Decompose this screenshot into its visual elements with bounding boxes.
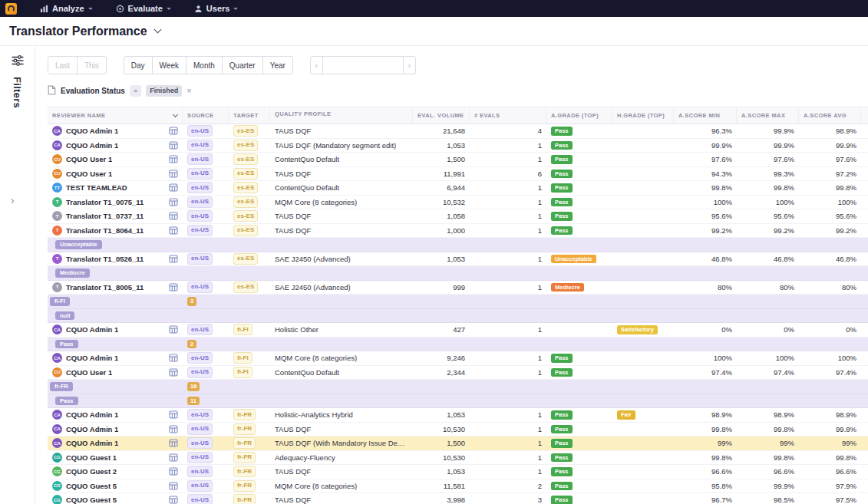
report-icon[interactable] [166, 425, 178, 433]
score-avg: 99% [799, 436, 861, 450]
reviewer-name: CQUO Guest 1 [66, 453, 117, 462]
page-title-dropdown-icon[interactable] [153, 26, 161, 34]
column-header-score-min[interactable]: A.SCORE MIN [674, 107, 737, 124]
report-icon[interactable] [166, 141, 178, 150]
column-header-source[interactable]: SOURCE [183, 107, 229, 124]
column-header-target[interactable]: TARGET [229, 107, 270, 124]
column-header-hgrade[interactable]: H.GRADE (TOP) [612, 107, 674, 124]
nav-analyze[interactable]: Analyze [40, 0, 93, 17]
table-row[interactable]: CG CQUO Guest 5 en-US fr-FR TAUS DQF 3,9… [48, 493, 868, 504]
table-row[interactable]: CA CQUO Admin 1 en-US fi-FI Holistic Oth… [48, 323, 868, 338]
report-icon[interactable] [166, 255, 178, 263]
report-icon[interactable] [166, 482, 178, 490]
report-icon[interactable] [166, 183, 178, 192]
group-row[interactable]: Pass 11 [48, 394, 868, 409]
year-button[interactable]: Year [262, 56, 293, 74]
last-button[interactable]: Last [48, 56, 78, 74]
table-row[interactable]: CA CQUO Admin 1 en-US es-ES TAUS DQF (Ma… [48, 139, 868, 153]
column-label: QUALITY PROFILE [275, 110, 331, 117]
auto-grade-badge: Pass [551, 170, 573, 179]
group-row[interactable]: Mediocre [48, 266, 868, 281]
table-row[interactable]: T Translator T1_8005_11 en-US es-ES SAE … [48, 281, 868, 295]
week-button[interactable]: Week [152, 56, 186, 74]
filter-operator-chip[interactable]: = [130, 85, 141, 97]
table-row[interactable]: CA CQUO Admin 1 en-US fr-FR TAUS DQF (Wi… [48, 436, 868, 451]
column-header-reviewer[interactable]: REVIEWER NAME [48, 107, 183, 124]
nav-users[interactable]: Users [194, 0, 239, 17]
column-header-volume[interactable]: EVAL. VOLUME [413, 107, 470, 124]
report-icon[interactable] [166, 354, 178, 362]
report-icon[interactable] [166, 226, 178, 235]
score-min: 96.3% [674, 124, 737, 138]
report-icon[interactable] [166, 283, 178, 292]
group-row[interactable]: null [48, 309, 868, 324]
report-icon[interactable] [166, 198, 178, 206]
nav-evaluate[interactable]: Evaluate [116, 0, 171, 17]
date-range-input[interactable] [322, 56, 404, 74]
app-logo[interactable] [5, 3, 17, 15]
table-header-row: REVIEWER NAME SOURCE TARGET QUALITY PROF… [48, 107, 868, 124]
report-icon[interactable] [166, 325, 178, 334]
column-header-score-max[interactable]: A.SCORE MAX [737, 107, 799, 124]
report-icon[interactable] [166, 212, 178, 220]
remove-filter-icon[interactable]: × [186, 87, 191, 95]
table-row[interactable]: T Translator T1_8064_11 en-US es-ES TAUS… [48, 224, 868, 239]
filter-value-chip[interactable]: Finished [146, 85, 182, 97]
column-header-agrade[interactable]: A.GRADE (TOP) [546, 107, 612, 124]
day-button[interactable]: Day [124, 56, 153, 74]
table-row[interactable]: CA CQUO Admin 1 en-US es-ES TAUS DQF 21,… [48, 124, 868, 139]
nav-label: Evaluate [128, 4, 163, 13]
source-lang-badge: en-US [187, 140, 213, 151]
period-group: Day Week Month Quarter Year [124, 56, 293, 74]
source-lang-badge: en-US [187, 452, 213, 463]
table-row[interactable]: CU CQUO User 1 en-US es-ES TAUS DQF 11,9… [48, 167, 868, 182]
table-row[interactable]: CA CQUO Admin 1 en-US fr-FR Holistic-Ana… [48, 408, 868, 423]
source-lang-badge: en-US [187, 466, 213, 477]
table-row[interactable]: CA CQUO Admin 1 en-US fi-FI MQM Core (8 … [48, 351, 868, 366]
table-row[interactable]: TT TEST TEAMLEAD en-US es-ES ContentQuo … [48, 181, 868, 196]
sliders-icon[interactable] [12, 55, 24, 69]
report-icon[interactable] [166, 155, 178, 163]
report-icon[interactable] [166, 127, 178, 135]
table-row[interactable]: T Translator T1_0737_11 en-US es-ES TAUS… [48, 209, 868, 224]
group-row[interactable]: Unacceptable [48, 238, 868, 252]
report-icon[interactable] [166, 410, 178, 419]
chevron-down-icon [167, 8, 171, 10]
column-header-profile[interactable]: QUALITY PROFILE [270, 107, 413, 124]
column-header-score-avg[interactable]: A.SCORE AVG [799, 107, 861, 124]
expand-panel-icon[interactable]: › [11, 195, 15, 206]
auto-grade-badge: Pass [551, 141, 573, 150]
table-row[interactable]: CU CQUO User 1 en-US fi-FI ContentQuo De… [48, 366, 868, 380]
table-row[interactable]: T Translator T1_0526_11 en-US es-ES SAE … [48, 252, 868, 267]
quality-profile: ContentQuo Default [270, 366, 413, 380]
group-row[interactable]: Pass 2 [48, 338, 868, 352]
column-header-evals[interactable]: # EVALS [470, 107, 546, 124]
table-row[interactable]: CA CQUO Admin 1 en-US fr-FR TAUS DQF 10,… [48, 423, 868, 437]
table-row[interactable]: CU CQUO User 1 en-US es-ES ContentQuo De… [48, 153, 868, 167]
this-button[interactable]: This [77, 56, 107, 74]
month-button[interactable]: Month [186, 56, 223, 74]
report-icon[interactable] [166, 368, 178, 377]
score-avg: 0% [799, 323, 861, 337]
quality-profile: MQM Core (8 categories) [270, 196, 413, 209]
report-icon[interactable] [166, 496, 178, 504]
quarter-button[interactable]: Quarter [222, 56, 263, 74]
report-icon[interactable] [166, 439, 178, 447]
next-period-button[interactable]: › [403, 56, 416, 74]
table-row[interactable]: CG CQUO Guest 5 en-US fr-FR MQM Core (8 … [48, 479, 868, 494]
report-icon[interactable] [166, 453, 178, 462]
source-lang-badge: en-US [187, 225, 213, 236]
column-label: # EVALS [474, 112, 500, 119]
table-row[interactable]: T Translator T1_0075_11 en-US es-ES MQM … [48, 196, 868, 210]
group-badge: Pass [55, 340, 78, 349]
table-row[interactable]: CG CQUO Guest 1 en-US fr-FR Adequacy-Flu… [48, 451, 868, 466]
evals-count: 1 [470, 351, 546, 365]
group-row[interactable]: fr-FR 16 [48, 380, 868, 394]
prev-period-button[interactable]: ‹ [310, 56, 323, 74]
eval-volume: 21,648 [413, 124, 470, 138]
score-avg: 97.9% [799, 479, 861, 493]
group-row[interactable]: fi-FI 3 [48, 295, 868, 309]
report-icon[interactable] [166, 467, 178, 476]
report-icon[interactable] [166, 170, 178, 178]
table-row[interactable]: CG CQUO Guest 2 en-US fr-FR TAUS DQF 1,0… [48, 465, 868, 479]
